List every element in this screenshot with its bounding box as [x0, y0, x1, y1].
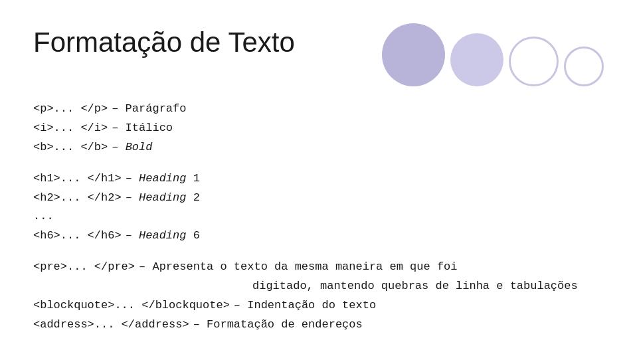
title-area: Formatação de Texto	[33, 20, 382, 85]
circle-filled-large	[382, 23, 445, 86]
b-tag-description: – Bold	[112, 138, 152, 157]
pre-tag-line-2: digitado, mantendo quebras de linha e ta…	[33, 277, 604, 296]
h2-tag-code: <h2>... </h2>	[33, 189, 122, 208]
address-tag-line: <address>... </address> – Formatação de …	[33, 316, 604, 335]
blockquote-tag-description: – Indentação do texto	[234, 296, 376, 316]
address-tag-description: – Formatação de endereços	[193, 316, 363, 335]
top-section: Formatação de Texto	[33, 20, 604, 86]
h2-tag-description: – Heading 2	[126, 189, 200, 208]
ellipsis-line: ...	[33, 207, 604, 227]
address-tag-code: <address>... </address>	[33, 316, 189, 335]
pre-tag-code: <pre>... </pre>	[33, 258, 135, 277]
page-container: Formatação de Texto <p>... </p> – Parágr…	[0, 0, 637, 364]
h1-tag-line: <h1>... </h1> – Heading 1	[33, 169, 604, 189]
content-area: <p>... </p> – Parágrafo <i>... </i> – It…	[33, 100, 604, 335]
b-tag-code: <b>... </b>	[33, 138, 108, 157]
i-tag-line: <i>... </i> – Itálico	[33, 119, 604, 138]
circle-outline-small	[564, 46, 604, 86]
h6-tag-code: <h6>... </h6>	[33, 227, 122, 246]
p-tag-line: <p>... </p> – Parágrafo	[33, 100, 604, 119]
h2-tag-line: <h2>... </h2> – Heading 2	[33, 189, 604, 208]
circle-filled-medium	[450, 33, 503, 86]
h1-tag-code: <h1>... </h1>	[33, 169, 122, 189]
pre-tag-description: – Apresenta o texto da mesma maneira em …	[139, 258, 457, 277]
blockquote-tag-line: <blockquote>... </blockquote> – Indentaç…	[33, 296, 604, 316]
page-title: Formatação de Texto	[33, 27, 382, 58]
blockquote-tag-code: <blockquote>... </blockquote>	[33, 296, 230, 316]
pre-tag-line: <pre>... </pre> – Apresenta o texto da m…	[33, 258, 604, 277]
h1-tag-description: – Heading 1	[126, 169, 200, 189]
b-tag-line: <b>... </b> – Bold	[33, 138, 604, 157]
i-tag-code: <i>... </i>	[33, 119, 108, 138]
decorative-circles	[382, 20, 604, 86]
i-tag-description: – Itálico	[112, 119, 173, 138]
h6-tag-line: <h6>... </h6> – Heading 6	[33, 227, 604, 246]
circle-outline-medium	[509, 37, 559, 86]
ellipsis-code: ...	[33, 207, 54, 227]
p-tag-code: <p>... </p>	[33, 100, 108, 119]
p-tag-description: – Parágrafo	[112, 100, 186, 119]
h6-tag-description: – Heading 6	[126, 227, 200, 246]
